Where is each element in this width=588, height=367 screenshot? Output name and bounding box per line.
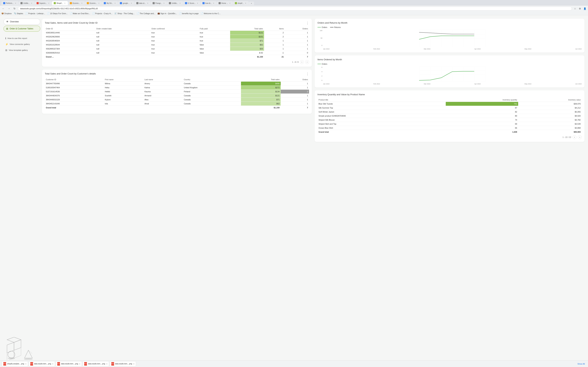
order-table-title: Total Sales, Items sold and Order Count … <box>45 22 97 24</box>
bookmark-2[interactable]: 📄Projects - Letterpr... <box>25 12 45 15</box>
bookmark-3[interactable]: 📄10 Steps For Givin... <box>47 12 68 15</box>
back-button[interactable]: ← <box>1 6 6 11</box>
browser-tab-8[interactable]: data st... × <box>135 1 151 5</box>
bookmark-10[interactable]: 📄Welcome to the C... <box>201 12 221 15</box>
browser-tab-10[interactable]: Untitle... × <box>167 1 183 5</box>
download-item-3[interactable]: PNG data-studio-tem....png ∧ <box>83 361 109 367</box>
bookmark-icon-1: 📎 <box>14 12 16 15</box>
sidebar-link-template[interactable]: ⊞ View template gallery <box>3 48 40 53</box>
browser-tab-12[interactable]: how di... × <box>201 1 217 5</box>
sidebar-link-connector[interactable]: ⚡ View connector gallery <box>3 42 40 47</box>
tab-close-9[interactable]: × <box>163 2 165 4</box>
browser-tab-14[interactable]: shopif... × <box>233 1 249 5</box>
extension-icon[interactable]: ⚙ <box>578 7 582 11</box>
tab-close-11[interactable]: × <box>196 2 199 4</box>
order-prev-btn[interactable]: ‹ <box>300 60 304 64</box>
browser-tab-2[interactable]: Superm... × <box>35 1 52 5</box>
tab-close-5[interactable]: × <box>98 2 100 4</box>
bookmark-9[interactable]: 📄benefits log in page <box>179 12 199 15</box>
bookmark-1[interactable]: 📎Staples <box>14 12 23 15</box>
browser-tab-9[interactable]: Paragr... × <box>151 1 167 5</box>
browser-tab-5[interactable]: Ecomm... × <box>85 1 102 5</box>
order-table-header-row: Order ID Order created date Order confir… <box>45 27 309 31</box>
order-grand-orders: 7 <box>285 55 309 59</box>
customer-orders-1: 1 <box>281 86 309 90</box>
download-chevron-4[interactable]: ∧ <box>133 363 134 365</box>
order-table-menu[interactable]: ⋮ <box>306 22 309 25</box>
order-orders-4: 1 <box>285 47 309 51</box>
tab-close-0[interactable]: × <box>14 2 17 4</box>
items-ordered-svg-wrapper <box>323 67 582 83</box>
bookmark-7[interactable]: 📄The Collage and... <box>137 12 156 15</box>
bookmark-icon-7: 📄 <box>137 12 139 15</box>
order-next-btn[interactable]: › <box>305 60 309 64</box>
tab-close-2[interactable]: × <box>48 2 50 4</box>
tab-close-7[interactable]: × <box>130 2 133 4</box>
download-item-4[interactable]: PNG data-studio-tem....png ∧ <box>110 361 136 367</box>
inv-qty-1: 87 <box>446 106 518 110</box>
show-all-button[interactable]: Show All <box>576 362 586 366</box>
bookmark-star-icon[interactable]: ☆ <box>573 7 577 11</box>
tab-close-8[interactable]: × <box>147 2 149 4</box>
download-item-1[interactable]: PNG data-studio-tem....png ∧ <box>29 361 55 367</box>
order-table-footer: 1 - 8 / 8 ‹ › <box>45 60 309 64</box>
bookmark-0[interactable]: 📦Dropbox <box>1 12 12 15</box>
nav-order-customer[interactable]: ⊞ Order & Customer Tables <box>3 26 40 32</box>
inv-grand-label: Grand total <box>318 130 446 134</box>
download-chevron-0[interactable]: ∧ <box>25 363 26 365</box>
svg-line-7 <box>28 350 32 354</box>
inventory-next-btn[interactable]: › <box>578 135 582 139</box>
tab-close-6[interactable]: × <box>114 2 116 4</box>
order-paid-2: true <box>199 39 230 43</box>
browser-tab-4[interactable]: Ecomm... × <box>68 1 85 5</box>
customer-first-0: Wilma <box>104 82 144 86</box>
nav-overview[interactable]: 👁 Overview <box>3 19 40 25</box>
browser-tab-3[interactable]: Shopif... × <box>52 1 68 5</box>
bookmark-8[interactable]: 💼Sign in - QuickBo... <box>157 12 177 15</box>
sidebar-link-how-to[interactable]: ℹ How to use this report <box>3 36 40 41</box>
inventory-header: Inventory Quantity and Value by Product … <box>318 93 582 96</box>
reload-button[interactable]: ↻ <box>12 6 17 11</box>
bookmark-5[interactable]: 📄Projects - Crazy H... <box>92 12 112 15</box>
download-item-0[interactable]: PNG shopify-analytic....png ∧ <box>2 361 28 367</box>
forward-button[interactable]: → <box>7 6 11 11</box>
orders-returns-x-axis: Jan 2022 Feb 2022 Mar 2022 Apr 2022 May … <box>323 48 582 50</box>
tab-close-4[interactable]: × <box>81 2 83 4</box>
order-paid-1: true <box>199 35 230 39</box>
tab-label-5: Ecomm... <box>90 2 97 4</box>
orders-returns-svg <box>323 30 582 47</box>
tab-close-3[interactable]: × <box>64 2 66 4</box>
download-name-2: data-studio-tem....png <box>61 363 78 365</box>
col-product-title: Product title <box>318 98 446 102</box>
download-item-2[interactable]: PNG data-studio-tem....png ∧ <box>56 361 82 367</box>
download-chevron-2[interactable]: ∧ <box>79 363 80 365</box>
tab-close-12[interactable]: × <box>212 2 215 4</box>
tab-favicon-8 <box>136 2 138 4</box>
svg-marker-2 <box>7 337 21 342</box>
customer-first-5: Iola <box>104 102 144 106</box>
address-bar[interactable]: datastudio.google.com/u/0/reporting/022b… <box>18 7 572 10</box>
browser-tab-13[interactable]: Home ... × <box>217 1 233 5</box>
order-created-2: null <box>95 39 150 43</box>
inv-qty-3: 80 <box>446 114 518 118</box>
browser-tab-1[interactable]: Untitle... × <box>19 1 35 5</box>
sidebar-link-how-to-label: How to use this report <box>8 37 27 39</box>
bookmark-label-0: Dropbox <box>4 12 12 15</box>
tab-close-10[interactable]: × <box>179 2 181 4</box>
bookmark-4[interactable]: 📄Make an Oval Box... <box>70 12 90 15</box>
bookmark-6[interactable]: 🛒Shop - The Collag... <box>114 12 135 15</box>
add-tab-button[interactable]: + <box>249 1 254 5</box>
tab-close-13[interactable]: × <box>229 2 231 4</box>
customer-table-menu[interactable]: ⋮ <box>306 72 309 75</box>
inventory-prev-btn[interactable]: ‹ <box>573 135 576 139</box>
profile-icon[interactable]: 👤 <box>583 7 587 11</box>
browser-tab-6[interactable]: My Dri... × <box>102 1 118 5</box>
download-chevron-3[interactable]: ∧ <box>106 363 107 365</box>
tab-close-1[interactable]: × <box>30 2 33 4</box>
returns-legend-label: Returns <box>334 26 341 28</box>
browser-tab-0[interactable]: Perform... × <box>1 1 18 5</box>
download-chevron-1[interactable]: ∧ <box>52 363 53 365</box>
browser-tab-11[interactable]: G Score... × <box>183 1 200 5</box>
browser-tab-7[interactable]: google... × <box>118 1 134 5</box>
tab-close-14[interactable]: × <box>244 2 247 4</box>
